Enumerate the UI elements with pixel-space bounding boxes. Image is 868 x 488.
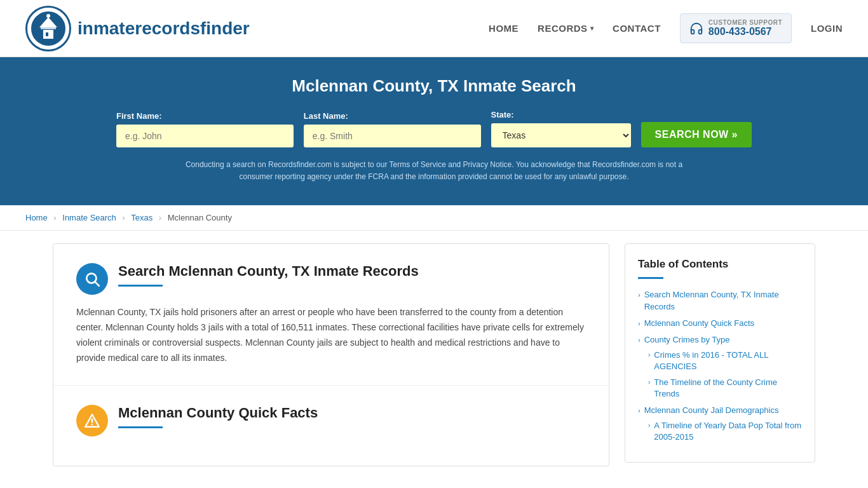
toc-sub-list: › Crimes % in 2016 - TOTAL ALL AGENCIES … [648, 349, 802, 400]
toc-box: Table of Contents › Search Mclennan Coun… [625, 243, 815, 463]
info-icon-circle [76, 405, 108, 437]
breadcrumb-sep-1: › [53, 213, 56, 222]
state-label: State: [491, 110, 631, 119]
toc-link-1[interactable]: › Search Mclennan County, TX Inmate Reco… [638, 289, 802, 312]
chevron-sub-1: › [648, 351, 650, 360]
headphone-icon [689, 22, 703, 36]
login-button[interactable]: LOGIN [811, 23, 843, 34]
svg-point-12 [92, 423, 93, 425]
breadcrumb-sep-3: › [159, 213, 161, 222]
nav-records[interactable]: RECORDS ▾ [538, 23, 593, 34]
last-name-group: Last Name: [304, 111, 481, 147]
svg-rect-2 [46, 32, 48, 36]
logo-area: inmaterecordsfinder [25, 6, 250, 51]
main-nav: HOME RECORDS ▾ CONTACT CUSTOMER SUPPORT … [489, 13, 843, 43]
section2-title-wrap: Mclennan County Quick Facts [118, 405, 586, 428]
section-inmate-records: Search Mclennan County, TX Inmate Record… [53, 244, 609, 385]
main-content: Search Mclennan County, TX Inmate Record… [27, 243, 841, 466]
first-name-input[interactable] [116, 125, 294, 147]
state-group: State: AlabamaAlaskaArizonaArkansasCalif… [491, 110, 631, 147]
breadcrumb-texas[interactable]: Texas [131, 213, 153, 222]
records-dropdown-icon: ▾ [590, 25, 594, 32]
nav-contact[interactable]: CONTACT [613, 23, 661, 34]
toc-sub-item-3: › A Timeline of Yearly Data Pop Total fr… [648, 420, 802, 443]
logo-text: inmaterecordsfinder [78, 18, 250, 39]
search-banner: Mclennan County, TX Inmate Search First … [0, 57, 868, 205]
section1-title: Search Mclennan County, TX Inmate Record… [118, 263, 586, 280]
support-label: CUSTOMER SUPPORT [709, 19, 782, 26]
toc-link-4[interactable]: › Mclennan County Jail Demographics [638, 405, 802, 416]
svg-line-9 [95, 282, 99, 286]
disclaimer: Conducting a search on Recordsfinder.com… [173, 159, 695, 183]
search-button[interactable]: SEARCH NOW » [641, 122, 752, 147]
toc-link-2[interactable]: › Mclennan County Quick Facts [638, 318, 802, 329]
article: Search Mclennan County, TX Inmate Record… [53, 243, 609, 466]
state-select[interactable]: AlabamaAlaskaArizonaArkansasCaliforniaCo… [491, 123, 631, 147]
toc-sub-link-1[interactable]: › Crimes % in 2016 - TOTAL ALL AGENCIES [648, 349, 802, 372]
section1-underline [118, 285, 163, 287]
support-number: 800-433-0567 [709, 26, 782, 37]
chevron-icon-1: › [638, 290, 641, 300]
svg-point-6 [46, 14, 50, 18]
section1-title-wrap: Search Mclennan County, TX Inmate Record… [118, 263, 586, 287]
last-name-label: Last Name: [304, 111, 481, 121]
toc-sub-link-3[interactable]: › A Timeline of Yearly Data Pop Total fr… [648, 420, 802, 443]
toc-item-4: › Mclennan County Jail Demographics › A … [638, 405, 802, 444]
svg-rect-4 [44, 22, 52, 27]
breadcrumb-sep-2: › [122, 213, 125, 222]
section2-header: Mclennan County Quick Facts [76, 405, 586, 437]
toc-sub-item-1: › Crimes % in 2016 - TOTAL ALL AGENCIES [648, 349, 802, 372]
breadcrumb-current: Mclennan County [168, 213, 232, 222]
toc-title: Table of Contents [638, 258, 802, 271]
svg-rect-5 [41, 27, 56, 29]
last-name-input[interactable] [304, 125, 481, 147]
chevron-icon-4: › [638, 406, 641, 416]
section2-title: Mclennan County Quick Facts [118, 405, 586, 421]
section1-header: Search Mclennan County, TX Inmate Record… [76, 263, 586, 295]
first-name-group: First Name: [116, 111, 294, 147]
support-text: CUSTOMER SUPPORT 800-433-0567 [709, 19, 782, 37]
chevron-icon-3: › [638, 336, 641, 345]
search-form: First Name: Last Name: State: AlabamaAla… [116, 110, 752, 147]
breadcrumb-inmate-search[interactable]: Inmate Search [62, 213, 116, 222]
warning-icon [84, 412, 100, 429]
search-icon-circle [76, 263, 108, 295]
nav-home[interactable]: HOME [489, 23, 519, 34]
toc-item-3: › County Crimes by Type › Crimes % in 20… [638, 334, 802, 400]
search-icon [84, 271, 100, 287]
banner-title: Mclennan County, TX Inmate Search [25, 76, 843, 96]
logo-icon [25, 6, 71, 51]
customer-support-box[interactable]: CUSTOMER SUPPORT 800-433-0567 [680, 13, 792, 43]
chevron-sub-2: › [648, 378, 650, 387]
toc-divider [638, 277, 663, 279]
header: inmaterecordsfinder HOME RECORDS ▾ CONTA… [0, 0, 868, 57]
chevron-sub-3: › [648, 421, 650, 430]
toc-item-1: › Search Mclennan County, TX Inmate Reco… [638, 289, 802, 312]
breadcrumb-home[interactable]: Home [25, 213, 48, 222]
section1-body: Mclennan County, TX jails hold prisoners… [76, 305, 586, 365]
toc-item-2: › Mclennan County Quick Facts [638, 318, 802, 329]
toc-sub-link-2[interactable]: › The Timeline of the County Crime Trend… [648, 377, 802, 400]
toc-link-3[interactable]: › County Crimes by Type [638, 334, 802, 346]
toc-list: › Search Mclennan County, TX Inmate Reco… [638, 289, 802, 443]
toc-sub-item-2: › The Timeline of the County Crime Trend… [648, 377, 802, 400]
section2-underline [118, 426, 163, 428]
first-name-label: First Name: [116, 111, 294, 121]
breadcrumb: Home › Inmate Search › Texas › Mclennan … [0, 205, 868, 231]
chevron-icon-2: › [638, 319, 641, 329]
sidebar: Table of Contents › Search Mclennan Coun… [625, 243, 815, 466]
section-quick-facts: Mclennan County Quick Facts [53, 386, 609, 466]
toc-sub-list-2: › A Timeline of Yearly Data Pop Total fr… [648, 420, 802, 443]
